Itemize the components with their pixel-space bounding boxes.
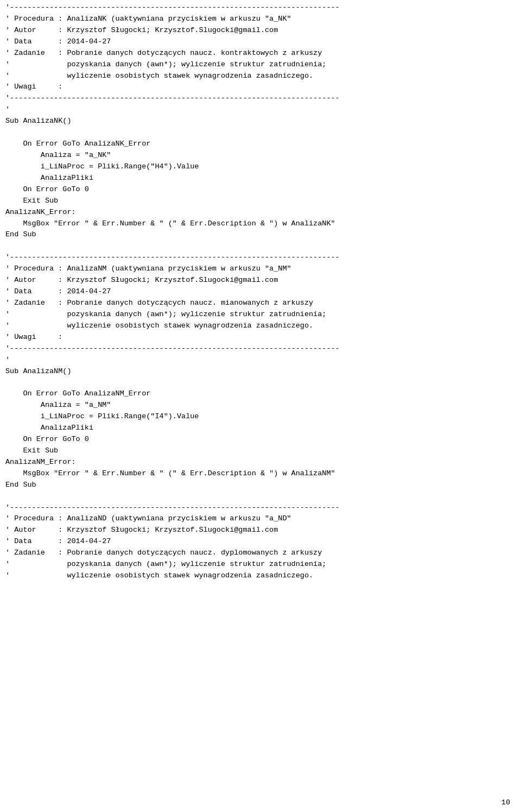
code-content: '---------------------------------------…: [5, 2, 516, 582]
page-container: '---------------------------------------…: [0, 0, 521, 812]
page-number: 10: [501, 798, 510, 807]
